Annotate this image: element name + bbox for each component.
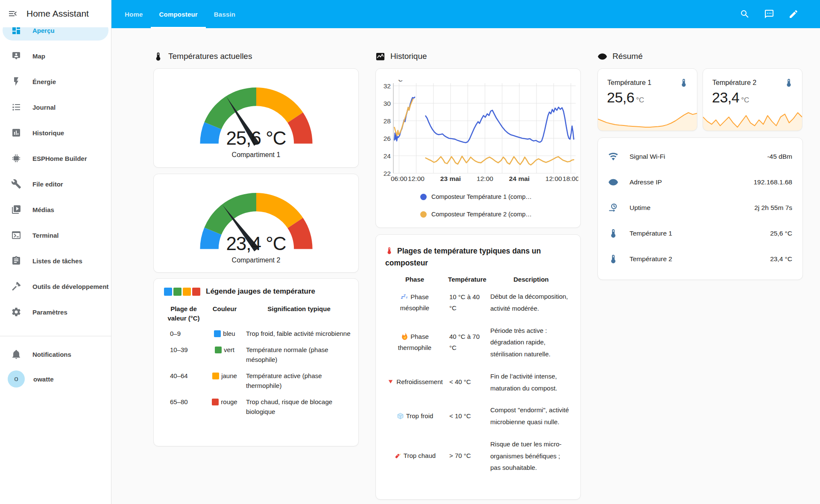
- hammer-icon: [11, 281, 21, 291]
- device-info-card: Signal Wi-Fi-45 dBmAdresse IP192.168.1.6…: [597, 137, 803, 280]
- eye-icon: [608, 177, 618, 187]
- sidebar-item-user[interactable]: o owatte: [3, 369, 108, 389]
- svg-text:32: 32: [384, 82, 391, 90]
- stat-card-temperature-2[interactable]: Température 223,4°C: [703, 68, 802, 131]
- info-value: 25,6 °C: [770, 230, 792, 237]
- column-current-temps: Températures actuelles 25,6 °C Compartim…: [153, 28, 359, 446]
- sidebar-item-parametres[interactable]: Paramètres: [3, 302, 108, 322]
- svg-text:Z: Z: [403, 293, 406, 297]
- sidebar-item-label: Médias: [32, 206, 54, 213]
- assist-chat-icon[interactable]: [764, 9, 774, 19]
- legend-item-composteur-temperature-1-comp[interactable]: Composteur Température 1 (comp…: [420, 192, 532, 202]
- sidebar-item-terminal[interactable]: Terminal: [3, 225, 108, 245]
- sparkline-chart: [598, 108, 697, 131]
- svg-text:23 mai: 23 mai: [440, 175, 461, 182]
- sidebar-item-file-editor[interactable]: File editor: [3, 174, 108, 194]
- thermometer-icon: [608, 228, 618, 239]
- sidebar-item-label: File editor: [32, 181, 63, 188]
- thermometer-icon: [784, 78, 794, 87]
- info-row-temperature-2[interactable]: Température 223,4 °C: [608, 246, 792, 272]
- svg-text:22: 22: [384, 170, 391, 177]
- history-chart: 222426283032°C06:0012:0023 mai12:0024 ma…: [376, 80, 578, 186]
- sidebar-item-historique[interactable]: Historique: [3, 122, 108, 143]
- phase-description: Risque de tuer les micro-organismes béné…: [490, 433, 572, 479]
- sidebar-item-label: Map: [32, 52, 45, 60]
- lightning-icon: [11, 76, 21, 87]
- info-label: Uptime: [630, 204, 650, 212]
- sidebar: AperçuMapÉnergieJournalHistoriqueESPHome…: [0, 0, 111, 504]
- sidebar-nav: AperçuMapÉnergieJournalHistoriqueESPHome…: [0, 0, 111, 504]
- info-row-signal-wi-fi[interactable]: Signal Wi-Fi-45 dBm: [608, 144, 792, 169]
- temperature-gauge[interactable]: 23,4 °C: [192, 185, 320, 253]
- stat-value: 25,6°C: [607, 89, 697, 106]
- home-assistant-dashboard: AperçuMapÉnergieJournalHistoriqueESPHome…: [0, 0, 820, 504]
- column-history: Historique 222426283032°C06:0012:0023 ma…: [375, 28, 581, 500]
- gauge-legend-table: Plage de valeur (°C)CouleurSignification…: [164, 304, 348, 423]
- chart-image-icon: [375, 52, 385, 61]
- history-graph-card[interactable]: 222426283032°C06:0012:0023 mai12:0024 ma…: [375, 68, 581, 228]
- menu-open-icon[interactable]: [8, 9, 18, 19]
- series-label: Composteur Température 1 (comp…: [431, 193, 532, 200]
- legend-color: vert: [208, 345, 242, 371]
- user-name: owatte: [33, 376, 54, 383]
- legend-title-row: Légende jauges de température: [164, 287, 348, 296]
- svg-text:06:00: 06:00: [391, 175, 407, 182]
- bell-icon: [11, 349, 21, 359]
- edit-dashboard-icon[interactable]: [788, 9, 799, 19]
- app-title: Home Assistant: [26, 9, 89, 19]
- temperature-gauge[interactable]: 25,6 °C: [192, 80, 320, 148]
- tab-home[interactable]: Home: [117, 0, 151, 28]
- sidebar-item-label: Historique: [32, 129, 64, 137]
- sidebar-divider: [0, 336, 111, 336]
- gauge-value: 25,6 °C: [192, 128, 320, 149]
- sidebar-item-medias[interactable]: Médias: [3, 199, 108, 220]
- sidebar-item-notifications[interactable]: Notifications: [3, 344, 108, 364]
- sidebar-item-label: Listes de tâches: [32, 257, 82, 265]
- svg-text:12:00: 12:00: [408, 175, 425, 182]
- info-label: Température 1: [630, 230, 672, 237]
- info-row-uptime[interactable]: Uptime2j 2h 55m 7s: [608, 195, 792, 221]
- thermometer-icon: [679, 78, 688, 87]
- appbar-actions: [740, 0, 820, 28]
- info-row-adresse-ip[interactable]: Adresse IP192.168.1.68: [608, 169, 792, 195]
- phase-name: Phase thermophile: [385, 320, 444, 365]
- sidebar-item-listes-de-taches[interactable]: Listes de tâches: [3, 251, 108, 271]
- phase-description: Fin de l’activité intense, maturation du…: [490, 365, 572, 399]
- legend-swatches: [164, 288, 200, 296]
- sidebar-item-map[interactable]: Map: [3, 46, 108, 66]
- eye-icon: [597, 52, 607, 61]
- history-chart-legend: Composteur Température 1 (comp…Composteu…: [420, 192, 532, 227]
- tab-composteur[interactable]: Composteur: [151, 0, 205, 28]
- sleep-icon: zZz: [401, 293, 409, 301]
- gauge-color-swatch: [192, 288, 200, 296]
- phase-temperature: 10 °C à 40 °C: [446, 286, 489, 320]
- legend-col-header: Signification typique: [246, 304, 352, 329]
- svg-text:24 mai: 24 mai: [509, 175, 530, 182]
- phases-card-title: Plages de température typiques dans un c…: [385, 245, 548, 269]
- svg-text:12:00: 12:00: [545, 175, 562, 182]
- search-icon[interactable]: [740, 9, 750, 19]
- media-icon: [11, 204, 21, 215]
- sidebar-item-esphome-builder[interactable]: ESPHome Builder: [3, 148, 108, 169]
- gauge-label: Compartiment 1: [154, 151, 358, 159]
- wifi-icon: [608, 151, 618, 162]
- sidebar-item-outils-de-developpement[interactable]: Outils de développement: [3, 276, 108, 297]
- legend-item-composteur-temperature-2-comp[interactable]: Composteur Température 2 (comp…: [420, 209, 532, 219]
- stat-cards-row: Température 125,6°CTempérature 223,4°C: [597, 68, 803, 131]
- info-row-temperature-1[interactable]: Température 125,6 °C: [608, 221, 792, 246]
- avatar: o: [8, 370, 25, 387]
- tab-bassin[interactable]: Bassin: [206, 0, 243, 28]
- sidebar-item-journal[interactable]: Journal: [3, 97, 108, 117]
- legend-meaning: Trop froid, faible activité microbienne: [246, 329, 352, 346]
- phase-description: Période très active : dégradation rapide…: [490, 320, 572, 365]
- sidebar-item-label: Outils de développement: [32, 283, 108, 290]
- svg-text:30: 30: [384, 100, 391, 107]
- section-current-temps: Températures actuelles: [153, 50, 359, 62]
- stat-unit: °C: [741, 96, 749, 104]
- gauge-card-compartiment-2: 23,4 °C Compartiment 2: [153, 174, 359, 273]
- svg-text:z: z: [406, 295, 408, 298]
- phases-col-header: Température: [446, 276, 489, 286]
- stat-card-temperature-1[interactable]: Température 125,6°C: [597, 68, 697, 131]
- sidebar-item-energie[interactable]: Énergie: [3, 71, 108, 92]
- firecracker-icon: [394, 452, 402, 460]
